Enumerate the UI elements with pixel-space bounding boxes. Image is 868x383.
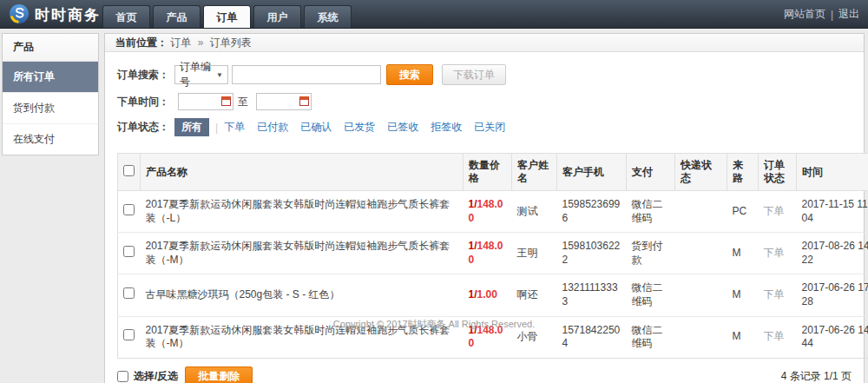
filter-area: 订单搜索： 订单编号 ▼ 搜索 下载订单 下单时间： 至 订单状态： 所有 — [105, 52, 864, 149]
order-search-type-select[interactable]: 订单编号 ▼ — [174, 65, 228, 84]
search-label: 订单搜索： — [117, 68, 169, 83]
status-filter-all[interactable]: 所有 — [174, 118, 209, 136]
cell-customer-name: 啊还 — [512, 274, 557, 316]
status-filter-confirmed[interactable]: 已确认 — [300, 120, 332, 135]
cell-shipping-status — [675, 191, 727, 233]
cell-time: 2017-06-26 17:53:28 — [797, 274, 868, 316]
nav-tab-users[interactable]: 用户 — [253, 5, 301, 28]
table-header-row: 产品名称 数量价格 客户姓名 客户手机 支付 快递状态 来路 订单状态 时间 操… — [118, 154, 868, 191]
row-checkbox[interactable] — [123, 204, 135, 215]
copyright-text: Copyright © 2017时时商务 All Rights Reserved… — [0, 318, 868, 331]
cell-source: PC — [727, 191, 759, 233]
select-all-checkbox[interactable] — [123, 165, 135, 176]
row-checkbox[interactable] — [123, 246, 135, 257]
header-customer-phone: 客户手机 — [557, 154, 627, 191]
batch-delete-button[interactable]: 批量删除 — [185, 366, 253, 383]
logo[interactable]: 时时商务 — [9, 3, 101, 27]
logout-link[interactable]: 退出 — [838, 7, 859, 22]
site-home-link[interactable]: 网站首页 — [784, 7, 825, 22]
cell-product: 2017夏季新款运动休闲服套装女韩版时尚连帽短袖跑步气质长裤套装（-L） — [141, 191, 464, 233]
toggle-select-checkbox[interactable] — [117, 371, 128, 382]
header-shipping-status: 快递状态 — [675, 154, 727, 191]
header-payment: 支付 — [627, 154, 675, 191]
date-from-wrap — [178, 93, 233, 110]
nav-tab-system[interactable]: 系统 — [304, 5, 352, 28]
cell-order-status: 下单 — [759, 274, 797, 316]
header-order-status: 订单状态 — [759, 154, 797, 191]
cell-qty-price: 1/1.00 — [464, 274, 512, 316]
status-filter-received[interactable]: 已签收 — [387, 120, 418, 135]
cell-payment: 微信二维码 — [627, 191, 675, 233]
header-time: 时间 — [797, 154, 868, 191]
order-search-input[interactable] — [232, 65, 381, 84]
cell-product: 2017夏季新款运动休闲服套装女韩版时尚连帽短袖跑步气质长裤套装（-M） — [141, 233, 464, 274]
row-checkbox[interactable] — [123, 287, 135, 299]
cell-qty-price: 1/148.00 — [464, 233, 512, 274]
date-to-text: 至 — [238, 95, 248, 109]
status-filter-placed[interactable]: 下单 — [224, 120, 245, 135]
calendar-icon[interactable] — [221, 96, 231, 106]
cell-customer-phone: 15985236996 — [557, 191, 627, 233]
download-orders-button[interactable]: 下载订单 — [442, 64, 506, 85]
header-qty-price: 数量价格 — [464, 154, 512, 191]
status-filter-paid[interactable]: 已付款 — [257, 120, 288, 135]
order-status-label: 订单状态： — [117, 120, 169, 135]
topbar-divider: | — [831, 9, 833, 21]
date-row: 下单时间： 至 — [117, 93, 852, 110]
topbar: 时时商务 首页 产品 订单 用户 系统 网站首页 | 退出 — [0, 0, 868, 29]
cell-customer-name: 王明 — [512, 233, 557, 274]
qty-value: 1/ — [469, 198, 477, 210]
table-row: 古早味黑糖沙琪玛（250g包装 - S - 红色） 1/1.00 啊还 1321… — [118, 274, 868, 316]
sidebar: 产品 所有订单 货到付款 在线支付 — [2, 33, 99, 155]
order-search-type-value: 订单编号 — [180, 60, 216, 89]
cell-shipping-status — [675, 274, 727, 316]
sidebar-item-all-orders[interactable]: 所有订单 — [3, 62, 98, 93]
status-filter-shipped[interactable]: 已发货 — [344, 120, 375, 135]
status-divider: | — [215, 122, 218, 134]
cell-customer-phone: 15981036222 — [557, 233, 627, 274]
cell-payment: 微信二维码 — [627, 274, 675, 316]
select-all-label: 选择/反选 — [134, 369, 178, 383]
price-value: 1.00 — [477, 288, 497, 300]
record-summary: 4 条记录 1/1 页 — [781, 369, 852, 383]
nav-tab-products[interactable]: 产品 — [153, 5, 201, 28]
table-footer: 选择/反选 批量删除 4 条记录 1/1 页 — [105, 359, 864, 383]
search-button[interactable]: 搜索 — [386, 64, 433, 85]
date-to-wrap — [256, 93, 312, 110]
cell-customer-phone: 13211113333 — [557, 274, 627, 316]
header-product: 产品名称 — [141, 154, 464, 191]
search-row: 订单搜索： 订单编号 ▼ 搜索 下载订单 — [117, 64, 852, 85]
breadcrumb-page: 订单列表 — [210, 36, 252, 49]
cell-qty-price: 1/148.00 — [464, 191, 512, 233]
batch-actions: 选择/反选 批量删除 — [117, 366, 253, 383]
cell-payment: 货到付款 — [627, 233, 675, 274]
cell-product: 古早味黑糖沙琪玛（250g包装 - S - 红色） — [141, 274, 464, 316]
sidebar-item-online-pay[interactable]: 在线支付 — [3, 124, 98, 155]
nav-tab-home[interactable]: 首页 — [102, 5, 150, 28]
nav-tab-orders[interactable]: 订单 — [203, 5, 251, 28]
cell-time: 2017-11-15 11:33:04 — [797, 191, 868, 233]
order-time-label: 下单时间： — [117, 95, 169, 109]
status-filter-closed[interactable]: 已关闭 — [474, 120, 505, 135]
breadcrumb-separator-icon: » — [198, 36, 204, 49]
cell-source: M — [727, 274, 759, 316]
breadcrumb-section: 订单 — [170, 36, 191, 49]
qty-value: 1/ — [469, 288, 477, 300]
table-row: 2017夏季新款运动休闲服套装女韩版时尚连帽短袖跑步气质长裤套装（-L） 1/1… — [118, 191, 868, 233]
sidebar-item-cod[interactable]: 货到付款 — [3, 93, 98, 124]
calendar-icon[interactable] — [299, 96, 309, 106]
main-nav: 首页 产品 订单 用户 系统 — [102, 5, 352, 28]
qty-value: 1/ — [469, 240, 477, 252]
header-source: 来路 — [727, 154, 759, 191]
status-filter-rejected[interactable]: 拒签收 — [431, 120, 462, 135]
row-checkbox[interactable] — [123, 329, 135, 340]
status-row: 订单状态： 所有 | 下单 已付款 已确认 已发货 已签收 拒签收 已关闭 — [117, 118, 852, 136]
logo-text: 时时商务 — [35, 5, 101, 25]
breadcrumb-prefix: 当前位置： — [115, 36, 168, 49]
cell-time: 2017-08-26 14:43:22 — [797, 233, 868, 274]
cell-customer-name: 测试 — [512, 191, 557, 233]
cell-order-status: 下单 — [759, 233, 797, 274]
logo-icon — [9, 3, 30, 27]
cell-order-status: 下单 — [759, 191, 797, 233]
cell-source: M — [727, 233, 759, 274]
